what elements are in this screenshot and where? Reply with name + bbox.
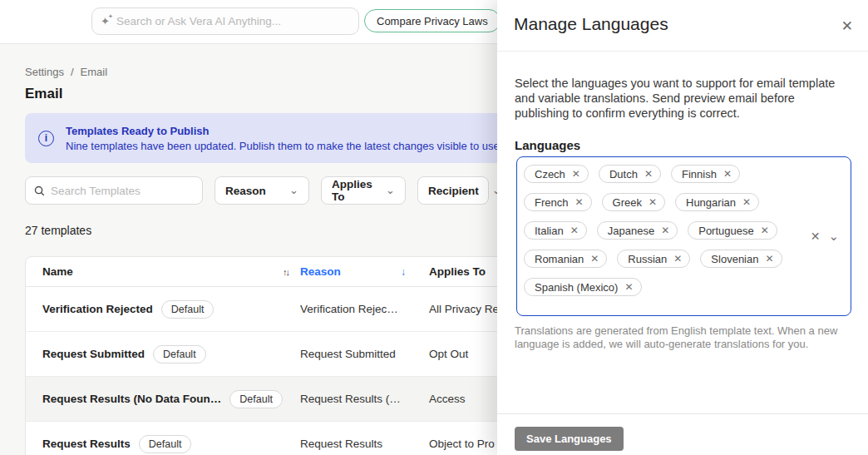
language-chip-label: Slovenian xyxy=(711,253,758,265)
template-search-input[interactable] xyxy=(51,185,194,197)
breadcrumb: Settings / Email xyxy=(25,66,107,78)
language-chip: Russian✕ xyxy=(617,250,690,268)
language-chip: Dutch✕ xyxy=(599,165,661,183)
applies-to-cell: Opt Out xyxy=(429,348,468,360)
remove-language-icon[interactable]: ✕ xyxy=(572,168,580,180)
template-name: Request Results (No Data Foun… xyxy=(42,393,221,405)
language-chip: French✕ xyxy=(524,193,592,211)
breadcrumb-email[interactable]: Email xyxy=(81,66,108,78)
chevron-down-icon: ⌄ xyxy=(289,187,298,194)
ai-search-input[interactable] xyxy=(116,15,350,27)
languages-label: Languages xyxy=(515,138,580,152)
remove-language-icon[interactable]: ✕ xyxy=(570,225,579,236)
applies-to-filter-dropdown[interactable]: Applies To ⌄ xyxy=(321,176,406,205)
panel-description: Select the languages you want to support… xyxy=(515,76,851,121)
languages-multiselect[interactable]: Czech✕ Dutch✕ Finnish✕ French✕ Greek✕ Hu… xyxy=(516,156,851,316)
save-languages-button[interactable]: Save Languages xyxy=(515,427,624,451)
language-chip: Hungarian✕ xyxy=(675,193,759,211)
chevron-down-icon: ⌄ xyxy=(386,187,395,194)
remove-language-icon[interactable]: ✕ xyxy=(590,253,599,265)
language-chip-label: Romanian xyxy=(535,253,584,265)
applies-to-cell: Object to Pro xyxy=(429,438,495,450)
reason-filter-dropdown[interactable]: Reason ⌄ xyxy=(215,176,309,205)
page-title: Email xyxy=(25,86,62,102)
language-chip: Slovenian✕ xyxy=(700,250,782,268)
language-chip-label: Italian xyxy=(535,225,564,237)
reason-filter-label: Reason xyxy=(225,185,266,197)
manage-languages-panel: Manage Languages ✕ Select the languages … xyxy=(497,0,868,455)
applies-to-filter-label: Applies To xyxy=(332,178,372,203)
language-chip-label: Portuguese xyxy=(698,225,754,237)
language-chip-label: Greek xyxy=(613,196,642,209)
default-badge: Default xyxy=(161,300,215,319)
remove-language-icon[interactable]: ✕ xyxy=(575,196,583,208)
filters-row: Reason ⌄ Applies To ⌄ Recipient ⌄ xyxy=(25,176,489,205)
language-chip-label: Russian xyxy=(628,253,667,265)
compare-privacy-laws-button[interactable]: Compare Privacy Laws xyxy=(364,9,501,32)
default-badge: Default xyxy=(229,390,283,408)
panel-header: Manage Languages ✕ xyxy=(497,0,868,52)
reason-cell: Request Submitted xyxy=(300,348,396,360)
ai-search-bar[interactable]: ✦✦ xyxy=(91,7,359,35)
reason-cell: Verification Rejec… xyxy=(300,303,398,315)
language-chip-label: Dutch xyxy=(609,168,638,181)
column-header-name[interactable]: Name ↑↓ xyxy=(26,265,300,278)
remove-language-icon[interactable]: ✕ xyxy=(673,253,682,265)
remove-language-icon[interactable]: ✕ xyxy=(761,225,769,236)
remove-language-icon[interactable]: ✕ xyxy=(723,168,732,180)
remove-language-icon[interactable]: ✕ xyxy=(649,196,657,208)
translations-helper-text: Translations are generated from English … xyxy=(515,324,854,351)
remove-language-icon[interactable]: ✕ xyxy=(765,253,773,265)
remove-language-icon[interactable]: ✕ xyxy=(742,196,751,208)
sort-descending-icon[interactable]: ↓ xyxy=(401,266,406,278)
banner-text: Templates Ready to Publish Nine template… xyxy=(66,125,500,152)
panel-footer: Save Languages xyxy=(497,413,868,455)
multiselect-controls: ✕ ⌄ xyxy=(811,230,839,243)
templates-count: 27 templates xyxy=(25,224,91,237)
sparkle-icon: ✦✦ xyxy=(101,16,110,27)
applies-to-cell: Access xyxy=(429,393,466,405)
language-chip: Japanese✕ xyxy=(597,221,678,240)
language-chip: Czech✕ xyxy=(524,165,589,183)
template-name: Request Submitted xyxy=(42,348,145,360)
language-chip-label: Spanish (Mexico) xyxy=(535,281,618,294)
chevron-down-icon[interactable]: ⌄ xyxy=(828,233,839,240)
search-icon xyxy=(34,185,45,196)
language-chip-label: Japanese xyxy=(608,225,654,237)
language-chip-label: French xyxy=(535,196,568,209)
panel-title: Manage Languages xyxy=(514,14,668,34)
recipient-filter-label: Recipient xyxy=(428,185,479,197)
breadcrumb-settings[interactable]: Settings xyxy=(25,66,64,78)
sort-icon[interactable]: ↑↓ xyxy=(283,267,289,277)
reason-cell: Request Results xyxy=(300,438,382,450)
breadcrumb-separator: / xyxy=(71,66,74,78)
remove-language-icon[interactable]: ✕ xyxy=(644,168,653,180)
language-chip-label: Czech xyxy=(535,168,565,181)
language-chip: Romanian✕ xyxy=(524,250,607,268)
language-chip-label: Finnish xyxy=(682,168,717,181)
language-chip: Portuguese✕ xyxy=(688,221,777,240)
language-chip-label: Hungarian xyxy=(686,196,736,209)
default-badge: Default xyxy=(153,345,206,364)
remove-language-icon[interactable]: ✕ xyxy=(624,281,633,293)
language-chips: Czech✕ Dutch✕ Finnish✕ French✕ Greek✕ Hu… xyxy=(524,165,799,296)
clear-all-icon[interactable]: ✕ xyxy=(811,230,821,243)
template-search-field[interactable] xyxy=(25,176,203,205)
banner-message: Nine templates have been updated. Publis… xyxy=(66,140,500,152)
recipient-filter-dropdown[interactable]: Recipient ⌄ xyxy=(417,176,489,205)
language-chip: Spanish (Mexico)✕ xyxy=(524,278,642,296)
language-chip: Greek✕ xyxy=(602,193,665,211)
default-badge: Default xyxy=(139,435,192,453)
banner-title: Templates Ready to Publish xyxy=(66,125,500,137)
remove-language-icon[interactable]: ✕ xyxy=(661,225,669,236)
column-header-reason[interactable]: Reason ↓ xyxy=(300,265,429,278)
template-name: Verification Rejected xyxy=(42,303,153,315)
applies-to-cell: All Privacy Re xyxy=(429,303,499,315)
info-icon: i xyxy=(38,131,54,146)
close-icon[interactable]: ✕ xyxy=(841,17,853,35)
reason-cell: Request Results (… xyxy=(300,393,401,405)
language-chip: Finnish✕ xyxy=(671,165,740,183)
language-chip: Italian✕ xyxy=(524,221,587,240)
template-name: Request Results xyxy=(42,438,131,450)
